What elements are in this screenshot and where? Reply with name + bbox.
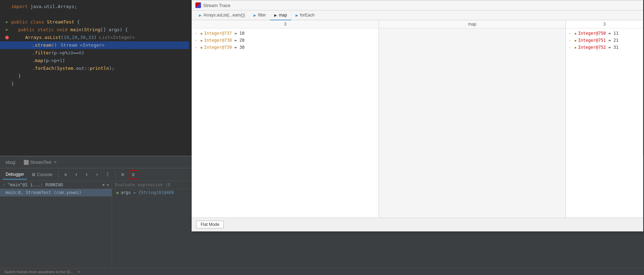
trace-value: Integer@750 = 11 xyxy=(578,31,619,36)
step-over-button[interactable]: ⬆ xyxy=(72,170,81,179)
field-icon: ▪ xyxy=(574,31,577,36)
thread-item[interactable]: ✓ "main"@1 i...: RUNNING ▼ ▼ xyxy=(0,181,112,189)
expand-icon: › xyxy=(569,32,573,35)
tab-filter[interactable]: ▶ filter xyxy=(249,11,270,20)
stream-trace-button[interactable]: ≣ xyxy=(129,170,138,179)
console-tab[interactable]: 🖥Console xyxy=(28,170,55,179)
code-line: } xyxy=(0,80,189,88)
expand-icon: › xyxy=(195,32,199,35)
code-line-highlighted: .stream() Stream <Integer> xyxy=(0,41,189,49)
trace-left-content: › ▪ Integer@737 = 10 › ▪ Integer@738 = 2… xyxy=(192,28,379,217)
trace-middle-panel: map xyxy=(379,20,566,217)
step-out-button[interactable]: ↑ xyxy=(93,170,102,179)
threads-button[interactable]: ≡ xyxy=(61,170,70,179)
code-line: } xyxy=(0,72,189,80)
trace-right-header: 3 xyxy=(566,20,643,28)
debugger-tab[interactable]: Debugger xyxy=(3,170,27,180)
session-name: StreamTest xyxy=(30,160,51,165)
code-line: ▶ public static void main(String[] args)… xyxy=(0,26,189,34)
expand-icon: › xyxy=(195,46,199,49)
status-close-button[interactable]: ✕ xyxy=(78,269,80,274)
step-into-button[interactable]: ⬇ xyxy=(82,170,91,179)
line-content: .forEach(System.out::println); xyxy=(11,65,186,72)
run-gutter: ▶ xyxy=(3,19,11,25)
line-content: .map(p->p+1) xyxy=(11,57,186,65)
frame-item[interactable]: main:8, StreamTest (com.yuwei) xyxy=(0,189,112,196)
code-line: .forEach(System.out::println); xyxy=(0,65,189,72)
trace-value: Integer@737 = 10 xyxy=(204,31,245,36)
close-tab-button[interactable]: ✕ xyxy=(54,160,57,165)
trace-value: Integer@739 = 30 xyxy=(204,45,245,50)
dialog-body: 3 › ▪ Integer@737 = 10 › ▪ Integer@738 =… xyxy=(192,20,643,217)
trace-middle-content xyxy=(379,28,566,217)
debug-label: ebug: xyxy=(3,158,19,167)
line-content xyxy=(11,11,186,18)
field-icon: ▪ xyxy=(200,45,203,50)
tab-map[interactable]: ▶ map xyxy=(270,11,291,20)
dialog-title: Stream Trace xyxy=(203,3,230,8)
line-content: } xyxy=(11,73,186,80)
trace-item[interactable]: › ▪ Integer@739 = 30 xyxy=(192,44,379,51)
breakpoint-gutter xyxy=(3,36,11,39)
trace-value: Integer@752 = 31 xyxy=(578,45,619,50)
variable-name: args = {String[0]@489 xyxy=(121,190,174,195)
trace-item[interactable]: › ▪ Integer@737 = 10 xyxy=(192,30,379,37)
code-line: Arrays.asList(10,20,30,33) List<Integer> xyxy=(0,34,189,41)
stream-trace-icon xyxy=(195,2,201,8)
console-icon: 🖥 xyxy=(31,172,36,177)
dialog-tabs: ▶ Arrays.asList(...eam()) ▶ filter ▶ map… xyxy=(192,11,643,20)
run-gutter: ▶ xyxy=(3,27,11,33)
trace-item[interactable]: › ▪ Integer@738 = 20 xyxy=(192,37,379,44)
trace-right-panel: 3 › ▪ Integer@750 = 11 › ▪ Integer@751 =… xyxy=(566,20,643,217)
line-content: } xyxy=(11,80,186,88)
line-content: import java.util.Arrays; xyxy=(11,3,186,11)
threads-panel: ✓ "main"@1 i...: RUNNING ▼ ▼ main:8, Str… xyxy=(0,181,112,268)
field-icon: ▪ xyxy=(574,45,577,50)
trace-right-content: › ▪ Integer@750 = 11 › ▪ Integer@751 = 2… xyxy=(566,28,643,217)
trace-item[interactable]: › ▪ Integer@752 = 31 xyxy=(566,44,643,51)
trace-left-panel: 3 › ▪ Integer@737 = 10 › ▪ Integer@738 =… xyxy=(192,20,379,217)
status-bar: Switch frames from anywhere in the ID...… xyxy=(0,268,644,275)
debug-session-tab[interactable]: StreamTest ✕ xyxy=(22,156,59,168)
line-content: .stream() Stream <Integer> xyxy=(11,42,186,49)
table-view-button[interactable]: ⊞ xyxy=(118,170,127,179)
code-line: .filter(p->p%10==0) xyxy=(0,49,189,57)
line-content: Arrays.asList(10,20,30,33) List<Integer> xyxy=(11,34,186,41)
code-line: .map(p->p+1) xyxy=(0,57,189,65)
stream-trace-dialog: Stream Trace ▶ Arrays.asList(...eam()) ▶… xyxy=(192,0,643,232)
code-editor: import java.util.Arrays; ▶ public class … xyxy=(0,0,189,156)
expand-icon: › xyxy=(569,46,573,49)
tab-arrays-aslist[interactable]: ▶ Arrays.asList(...eam()) xyxy=(195,11,249,20)
toolbar-separator2 xyxy=(115,171,116,178)
flat-mode-button[interactable]: Flat Mode xyxy=(196,221,224,228)
line-content: .filter(p->p%10==0) xyxy=(11,49,186,57)
dialog-footer: Flat Mode xyxy=(192,217,643,231)
trace-middle-header: map xyxy=(379,20,566,28)
expand-icon: › xyxy=(195,39,199,42)
tab-for-each[interactable]: ▶ forEach xyxy=(291,11,319,20)
trace-left-header: 3 xyxy=(192,20,379,28)
trace-value: Integer@738 = 20 xyxy=(204,38,245,43)
code-line: import java.util.Arrays; xyxy=(0,3,189,11)
field-icon: ▪ xyxy=(574,38,577,43)
dropdown-icon: ▼ xyxy=(107,183,109,187)
code-line xyxy=(0,11,189,18)
session-icon xyxy=(24,160,29,165)
line-content: public static void main(String[] args) { xyxy=(11,26,186,34)
field-icon: ▪ xyxy=(200,31,203,36)
trace-item[interactable]: › ▪ Integer@750 = 11 xyxy=(566,30,643,37)
variable-icon: ● xyxy=(116,190,119,195)
trace-value: Integer@751 = 21 xyxy=(578,38,619,43)
code-line: ▶ public class StreamTest { xyxy=(0,18,189,26)
trace-item[interactable]: › ▪ Integer@751 = 21 xyxy=(566,37,643,44)
drop-frame-button[interactable]: ⤴ xyxy=(103,170,112,179)
field-icon: ▪ xyxy=(200,38,203,43)
thread-name: "main"@1 i...: RUNNING xyxy=(7,182,100,187)
thread-check-icon: ✓ xyxy=(3,182,5,187)
status-text: Switch frames from anywhere in the ID... xyxy=(4,270,74,274)
filter-icon: ▼ xyxy=(102,183,105,187)
toolbar-separator xyxy=(58,171,58,178)
line-content: public class StreamTest { xyxy=(11,19,186,26)
frame-class: main:8, StreamTest (com.yuwei) xyxy=(6,190,82,195)
dialog-title-bar: Stream Trace xyxy=(192,0,643,11)
